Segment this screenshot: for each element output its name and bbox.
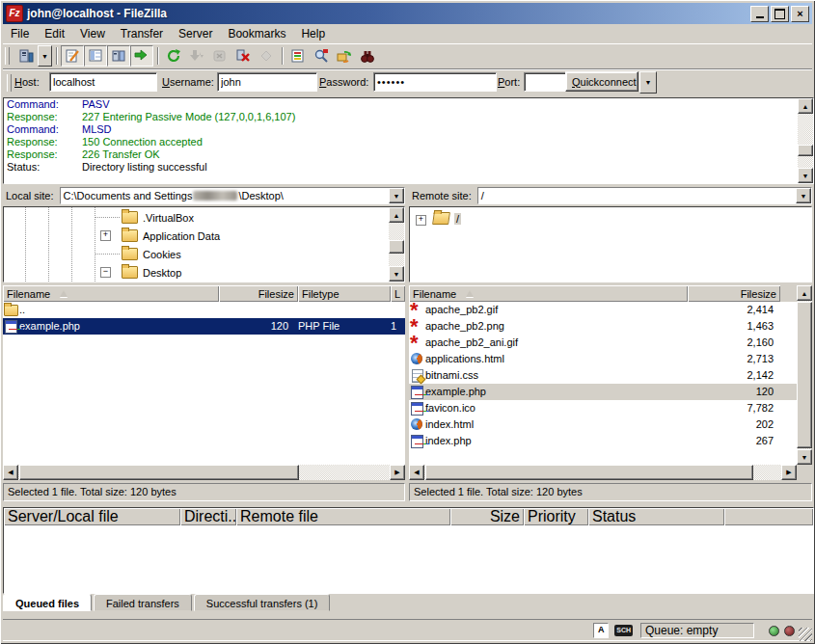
remote-path-combo[interactable]: / ▼	[477, 187, 812, 204]
toggle-message-log-button[interactable]	[61, 45, 84, 67]
close-button[interactable]: ×	[791, 6, 809, 22]
tree-item[interactable]: + Application Data	[4, 227, 404, 245]
refresh-button[interactable]	[162, 45, 185, 67]
site-manager-dropdown[interactable]: ▼	[38, 45, 52, 67]
scroll-left-button[interactable]: ◀	[409, 465, 424, 480]
table-row-selected[interactable]: example.php 120 PHP File 1	[3, 318, 405, 335]
local-hscrollbar[interactable]: ◀ ▶	[3, 465, 405, 480]
scroll-up-button[interactable]: ▲	[389, 207, 404, 223]
table-row[interactable]: apache_pb2.gif2,414	[409, 302, 797, 318]
scroll-left-button[interactable]: ◀	[3, 465, 18, 480]
table-row[interactable]: apache_pb2.png1,463	[409, 318, 797, 335]
tree-item[interactable]: − Desktop	[4, 263, 404, 282]
tree-item[interactable]: + /	[410, 209, 811, 228]
host-input[interactable]	[49, 72, 157, 92]
sync-browsing-button[interactable]	[333, 45, 356, 67]
column-last-modified[interactable]: L	[391, 285, 405, 302]
reconnect-button[interactable]	[255, 45, 278, 67]
scroll-thumb[interactable]	[19, 465, 299, 480]
cancel-button[interactable]	[208, 45, 231, 67]
scroll-down-button[interactable]: ▼	[798, 168, 813, 183]
port-input[interactable]	[524, 72, 570, 92]
local-file-list: Filename Filesize Filetype L .. example.…	[3, 285, 405, 465]
remote-hscrollbar[interactable]: ◀ ▶	[409, 465, 797, 480]
process-queue-button[interactable]	[185, 45, 208, 67]
compare-button[interactable]	[310, 45, 333, 67]
site-manager-button[interactable]	[14, 45, 38, 67]
quickconnect-dropdown[interactable]: ▼	[639, 71, 657, 94]
menu-edit[interactable]: Edit	[37, 25, 72, 42]
tree-item[interactable]: Cookies	[4, 245, 404, 263]
local-directory-tree[interactable]: .VirtualBox + Application Data Cookies −…	[3, 206, 405, 282]
column-filesize[interactable]: Filesize	[219, 285, 298, 302]
scroll-down-button[interactable]: ▼	[389, 266, 404, 282]
table-row-selected[interactable]: example.php120	[409, 384, 797, 400]
table-row[interactable]: favicon.ico7,782	[409, 400, 797, 416]
disconnect-button[interactable]	[231, 45, 255, 67]
message-log[interactable]: Command:PASV Response:227 Entering Passi…	[3, 97, 814, 184]
column-priority[interactable]: Priority	[524, 508, 588, 525]
column-filetype[interactable]: Filetype	[298, 285, 391, 302]
toggle-local-tree-button[interactable]	[84, 45, 107, 67]
resize-grip[interactable]	[799, 628, 812, 641]
maximize-button[interactable]	[771, 6, 789, 22]
table-row[interactable]: index.html202	[409, 416, 797, 433]
minimize-button[interactable]	[750, 6, 769, 22]
log-scrollbar[interactable]: ▲ ▼	[798, 98, 813, 183]
scroll-thumb[interactable]	[389, 240, 404, 254]
expand-icon[interactable]: +	[416, 215, 426, 226]
toggle-queue-button[interactable]	[130, 45, 153, 67]
scroll-right-button[interactable]: ▶	[390, 465, 405, 480]
local-path-dropdown[interactable]: ▼	[389, 188, 404, 203]
local-path-combo[interactable]: C:\Documents and Settings\Desktop\ ▼	[60, 187, 405, 204]
tab-failed-transfers[interactable]: Failed transfers	[94, 594, 192, 611]
filter-button[interactable]	[286, 45, 310, 67]
scroll-thumb[interactable]	[425, 465, 753, 480]
scroll-up-button[interactable]: ▲	[797, 285, 812, 301]
scroll-up-button[interactable]: ▲	[798, 98, 813, 114]
menu-server[interactable]: Server	[171, 25, 220, 42]
scroll-down-button[interactable]: ▼	[797, 449, 812, 465]
find-files-button[interactable]	[356, 45, 379, 67]
scroll-thumb[interactable]	[797, 302, 812, 448]
quickconnect-button[interactable]: Quickconnect	[565, 71, 638, 92]
menu-file[interactable]: File	[3, 25, 37, 42]
tab-queued-files[interactable]: Queued files	[3, 594, 92, 611]
scroll-right-button[interactable]: ▶	[781, 465, 797, 480]
column-size[interactable]: Size	[450, 508, 524, 525]
local-tree-scrollbar[interactable]: ▲ ▼	[389, 207, 404, 282]
menu-help[interactable]: Help	[293, 25, 333, 42]
column-status[interactable]: Status	[588, 508, 724, 525]
menu-view[interactable]: View	[72, 25, 113, 42]
column-filename[interactable]: Filename	[409, 285, 688, 302]
table-row[interactable]: bitnami.css2,142	[409, 367, 797, 384]
table-row[interactable]: index.php267	[409, 433, 797, 449]
transfer-queue-panel[interactable]: Server/Local file Directi... Remote file…	[3, 507, 814, 594]
local-list-body[interactable]: .. example.php 120 PHP File 1	[3, 302, 405, 465]
column-remote-file[interactable]: Remote file	[236, 508, 450, 525]
column-filename[interactable]: Filename	[3, 285, 219, 302]
expand-icon[interactable]: +	[100, 230, 111, 241]
data-type-indicator[interactable]: A	[593, 623, 609, 638]
remote-path-dropdown[interactable]: ▼	[796, 188, 811, 203]
username-input[interactable]	[217, 72, 317, 92]
remote-directory-tree[interactable]: + /	[409, 206, 812, 282]
tree-item[interactable]: .VirtualBox	[4, 208, 404, 227]
title-bar[interactable]: Fz john@localhost - FileZilla ×	[3, 3, 812, 24]
menu-transfer[interactable]: Transfer	[113, 25, 171, 42]
table-row[interactable]: apache_pb2_ani.gif2,160	[409, 335, 797, 351]
table-row[interactable]: ..	[3, 302, 405, 318]
column-direction[interactable]: Directi...	[180, 508, 236, 525]
scroll-thumb[interactable]	[798, 145, 813, 156]
column-server-local-file[interactable]: Server/Local file	[4, 508, 180, 525]
password-input[interactable]	[373, 72, 497, 92]
toggle-remote-tree-button[interactable]	[107, 45, 130, 67]
encryption-badge[interactable]: SCH	[614, 625, 633, 636]
collapse-icon[interactable]: −	[100, 267, 111, 278]
tab-successful-transfers[interactable]: Successful transfers (1)	[194, 594, 331, 611]
table-row[interactable]: applications.html2,713	[409, 351, 797, 367]
column-filesize[interactable]: Filesize	[688, 285, 780, 302]
remote-vscrollbar[interactable]: ▲ ▼	[797, 285, 812, 465]
menu-bookmarks[interactable]: Bookmarks	[220, 25, 293, 42]
remote-list-body[interactable]: apache_pb2.gif2,414 apache_pb2.png1,463 …	[409, 302, 797, 465]
